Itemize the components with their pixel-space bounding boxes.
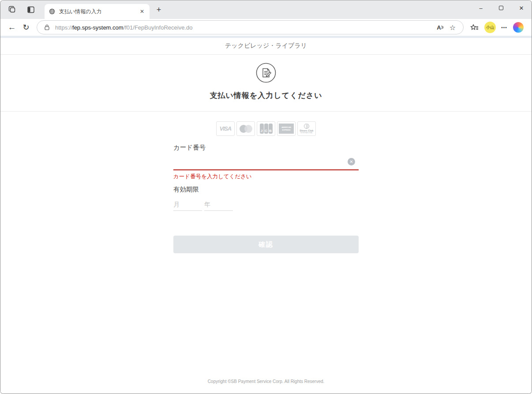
- profile-avatar[interactable]: 小山: [483, 20, 497, 34]
- card-brand-icons: VISA JCB AMERICANEXPRESS Diners Club INT…: [173, 121, 359, 136]
- payment-form: VISA JCB AMERICANEXPRESS Diners Club INT…: [173, 112, 359, 253]
- tab-close-icon[interactable]: ✕: [138, 8, 146, 15]
- amex-icon: AMERICANEXPRESS: [277, 121, 296, 136]
- card-number-label: カード番号: [173, 143, 359, 152]
- jcb-icon: JCB: [257, 121, 275, 136]
- visa-icon: VISA: [216, 121, 235, 136]
- expiry-fields: [173, 198, 359, 211]
- url-host: fep.sps-system.com: [72, 24, 124, 31]
- address-bar[interactable]: https://fep.sps-system.com/f01/FepBuyInf…: [37, 20, 464, 34]
- expiry-label: 有効期限: [173, 185, 359, 194]
- tab-strip: 支払い情報の入力 ✕ + – ✕: [0, 0, 532, 19]
- close-button[interactable]: ✕: [511, 0, 532, 15]
- payment-page: テックビレッジ・ライブラリ 支払い情報を入力してください VISA: [0, 38, 532, 394]
- confirm-button[interactable]: 確認: [173, 236, 359, 253]
- copyright-footer: Copyright ©SB Payment Service Corp. All …: [0, 379, 532, 394]
- workspaces-icon[interactable]: [5, 2, 20, 17]
- url-path: /f01/FepBuyInfoReceive.do: [124, 24, 193, 31]
- tab-layout-icon[interactable]: [23, 2, 38, 17]
- maximize-icon: [499, 6, 503, 10]
- browser-window: 支払い情報の入力 ✕ + – ✕ ← ↻ https://fep.sps-sys…: [0, 0, 532, 394]
- card-number-input[interactable]: [173, 154, 359, 170]
- globe-icon: [49, 8, 55, 15]
- url-text[interactable]: https://fep.sps-system.com/f01/FepBuyInf…: [55, 24, 434, 31]
- clear-input-icon[interactable]: ✕: [348, 158, 355, 165]
- browser-tab[interactable]: 支払い情報の入力 ✕: [45, 4, 150, 19]
- page-heading: 支払い情報を入力してください: [0, 90, 532, 101]
- tab-title: 支払い情報の入力: [59, 8, 138, 15]
- favorites-hub-icon[interactable]: [467, 20, 481, 34]
- maximize-button[interactable]: [491, 0, 511, 15]
- favorite-star-icon[interactable]: ☆: [446, 22, 459, 33]
- new-tab-button[interactable]: +: [152, 3, 165, 16]
- browser-toolbar: ← ↻ https://fep.sps-system.com/f01/FepBu…: [0, 19, 532, 36]
- copilot-icon[interactable]: [511, 20, 525, 34]
- url-scheme: https://: [55, 24, 72, 31]
- read-aloud-icon[interactable]: A: [434, 22, 446, 33]
- hero-section: 支払い情報を入力してください: [0, 55, 532, 112]
- settings-menu-icon[interactable]: •••: [497, 20, 511, 34]
- expiry-year-input[interactable]: [204, 198, 233, 211]
- minimize-button[interactable]: –: [471, 0, 491, 15]
- refresh-icon[interactable]: ↻: [19, 20, 33, 34]
- card-number-field-wrap: ✕: [173, 154, 359, 170]
- mastercard-icon: [236, 121, 255, 136]
- expiry-month-input[interactable]: [173, 198, 202, 211]
- edit-document-icon: [256, 63, 276, 83]
- avatar-initials: 小山: [484, 22, 496, 33]
- diners-club-icon: Diners Club INTERNATIONAL: [297, 121, 316, 136]
- window-controls: – ✕: [471, 0, 532, 19]
- card-number-error: カード番号を入力してください: [173, 173, 359, 180]
- back-icon[interactable]: ←: [5, 20, 19, 34]
- site-title: テックビレッジ・ライブラリ: [0, 38, 532, 55]
- lock-icon[interactable]: [44, 24, 50, 30]
